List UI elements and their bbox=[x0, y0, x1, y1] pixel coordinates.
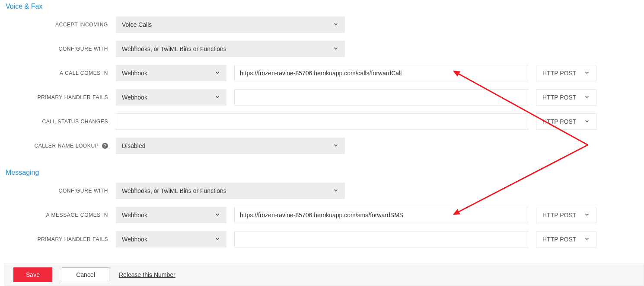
chevron-down-icon bbox=[333, 21, 339, 29]
svg-line-1 bbox=[458, 74, 588, 145]
caller-name-lookup-value: Disabled bbox=[122, 142, 145, 149]
messaging-primary-handler-method-select[interactable]: HTTP POST bbox=[536, 231, 596, 247]
chevron-down-icon bbox=[214, 70, 220, 77]
call-comes-in-url-input[interactable] bbox=[234, 65, 528, 81]
message-comes-in-type-value: Webhook bbox=[122, 212, 147, 219]
caller-name-lookup-label: CALLER NAME LOOKUP ? bbox=[0, 143, 116, 149]
voice-primary-handler-fails-label: PRIMARY HANDLER FAILS bbox=[0, 94, 116, 100]
chevron-down-icon bbox=[333, 187, 339, 195]
call-comes-in-type-select[interactable]: Webhook bbox=[116, 65, 226, 81]
message-comes-in-label: A MESSAGE COMES IN bbox=[0, 212, 116, 218]
voice-primary-handler-type-value: Webhook bbox=[122, 94, 147, 101]
chevron-down-icon bbox=[584, 70, 590, 77]
voice-primary-handler-url-input[interactable] bbox=[234, 89, 528, 106]
call-status-changes-url-input[interactable] bbox=[116, 113, 528, 130]
voice-fax-section-title: Voice & Fax bbox=[0, 0, 644, 16]
chevron-down-icon bbox=[584, 94, 590, 101]
call-comes-in-method-value: HTTP POST bbox=[542, 70, 576, 77]
voice-configure-with-select[interactable]: Webhooks, or TwiML Bins or Functions bbox=[116, 41, 345, 57]
messaging-primary-handler-type-select[interactable]: Webhook bbox=[116, 231, 226, 247]
chevron-down-icon bbox=[584, 236, 590, 243]
chevron-down-icon bbox=[214, 236, 220, 243]
accept-incoming-value: Voice Calls bbox=[122, 21, 152, 28]
call-status-changes-method-select[interactable]: HTTP POST bbox=[536, 113, 596, 130]
voice-configure-with-label: CONFIGURE WITH bbox=[0, 46, 116, 52]
messaging-primary-handler-url-input[interactable] bbox=[234, 231, 528, 247]
voice-configure-with-value: Webhooks, or TwiML Bins or Functions bbox=[122, 45, 226, 52]
save-button[interactable]: Save bbox=[13, 267, 52, 282]
call-comes-in-label: A CALL COMES IN bbox=[0, 70, 116, 76]
help-icon[interactable]: ? bbox=[102, 143, 108, 149]
chevron-down-icon bbox=[214, 94, 220, 101]
voice-primary-handler-type-select[interactable]: Webhook bbox=[116, 89, 226, 106]
chevron-down-icon bbox=[214, 212, 220, 219]
messaging-primary-handler-fails-label: PRIMARY HANDLER FAILS bbox=[0, 236, 116, 242]
messaging-primary-handler-type-value: Webhook bbox=[122, 236, 147, 243]
accept-incoming-label: ACCEPT INCOMING bbox=[0, 22, 116, 28]
messaging-section-title: Messaging bbox=[0, 166, 644, 183]
message-comes-in-method-select[interactable]: HTTP POST bbox=[536, 207, 596, 223]
voice-primary-handler-method-select[interactable]: HTTP POST bbox=[536, 89, 596, 106]
messaging-configure-with-label: CONFIGURE WITH bbox=[0, 188, 116, 194]
accept-incoming-select[interactable]: Voice Calls bbox=[116, 16, 345, 33]
footer-bar: Save Cancel Release this Number bbox=[4, 264, 644, 286]
cancel-button[interactable]: Cancel bbox=[62, 267, 109, 282]
voice-primary-handler-method-value: HTTP POST bbox=[542, 94, 576, 101]
message-comes-in-url-input[interactable] bbox=[234, 207, 528, 223]
chevron-down-icon bbox=[333, 45, 339, 53]
chevron-down-icon bbox=[584, 212, 590, 219]
chevron-down-icon bbox=[584, 118, 590, 125]
call-comes-in-type-value: Webhook bbox=[122, 70, 147, 77]
call-status-changes-method-value: HTTP POST bbox=[542, 118, 576, 125]
messaging-configure-with-select[interactable]: Webhooks, or TwiML Bins or Functions bbox=[116, 183, 345, 199]
caller-name-lookup-select[interactable]: Disabled bbox=[116, 138, 345, 154]
call-comes-in-method-select[interactable]: HTTP POST bbox=[536, 65, 596, 81]
message-comes-in-type-select[interactable]: Webhook bbox=[116, 207, 226, 223]
release-number-link[interactable]: Release this Number bbox=[119, 271, 175, 278]
chevron-down-icon bbox=[333, 142, 339, 150]
messaging-primary-handler-method-value: HTTP POST bbox=[542, 236, 576, 243]
call-status-changes-label: CALL STATUS CHANGES bbox=[0, 119, 116, 125]
message-comes-in-method-value: HTTP POST bbox=[542, 212, 576, 219]
messaging-configure-with-value: Webhooks, or TwiML Bins or Functions bbox=[122, 187, 226, 194]
